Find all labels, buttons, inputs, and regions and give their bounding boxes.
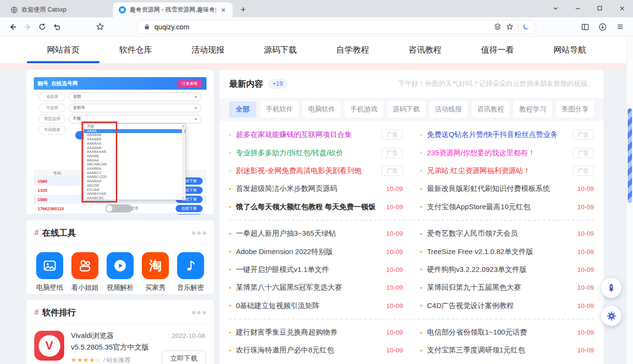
news-link[interactable]: 0基础建立短视频引流矩阵 xyxy=(236,301,380,310)
news-link[interactable]: 一键开启护眼模式v1.1单文件 xyxy=(236,265,380,274)
browser-tab-active[interactable]: 趣奇资源网 - 残雪资源网,趣味奇妙... ✕ xyxy=(113,2,233,17)
tool-image[interactable]: 电脑壁纸 xyxy=(34,252,65,292)
tool-kuaishou[interactable]: 看小姐姐 xyxy=(69,252,100,292)
stack-icon[interactable] xyxy=(494,23,502,31)
address-bar[interactable]: quqizy.com xyxy=(137,20,537,34)
news-link[interactable]: 建行财富季集豆兑换商超购物券 xyxy=(236,328,380,337)
undo-icon[interactable] xyxy=(49,20,64,34)
tool-taobao[interactable]: 淘买家秀 xyxy=(140,252,171,292)
news-link[interactable]: 235资源网/你想要的我这里都有！ xyxy=(427,148,567,158)
news-link[interactable]: 一拳超人新用户抽3~365天绿钻 xyxy=(236,229,380,238)
nav-item[interactable]: 软件仓库 xyxy=(99,37,172,63)
category-tab[interactable]: 教程学习 xyxy=(514,101,552,118)
order-online-button[interactable]: 在线下单 xyxy=(176,205,203,212)
news-link[interactable]: Adobe Dimension 2022特别版 xyxy=(236,247,380,256)
hero-form-row: 类型选择不限 xyxy=(39,115,202,123)
category-tab[interactable]: 全部 xyxy=(229,101,256,118)
order-online-button[interactable]: 在线下单 xyxy=(176,214,203,215)
news-link[interactable]: 首发超级简洁小米步数网页源码 xyxy=(236,184,380,193)
toggle-switch[interactable] xyxy=(105,204,132,213)
software-name[interactable]: Vivaldi浏览器 xyxy=(71,331,149,340)
rocket-top-button[interactable] xyxy=(601,278,621,298)
news-item: 超多在家就能赚钱的互联网项目合集广告 xyxy=(229,126,403,144)
new-count-badge[interactable]: +19 xyxy=(268,79,288,89)
page-scrollbar-thumb[interactable] xyxy=(628,108,632,203)
minimize-icon[interactable] xyxy=(566,0,589,16)
more-dots-icon[interactable] xyxy=(192,311,206,314)
nav-item[interactable]: 咨讯教程 xyxy=(389,37,461,63)
news-link[interactable]: TreeSize Free v2.1.0.82单文件版 xyxy=(427,247,571,256)
order-query-button[interactable]: 订单查询 xyxy=(177,80,203,87)
dropdown-option[interactable]: 不限 xyxy=(84,125,185,129)
nav-item[interactable]: 源码下载 xyxy=(244,37,316,63)
star-home-icon[interactable] xyxy=(93,20,107,34)
decor-band xyxy=(0,63,626,70)
news-link[interactable]: 硬件狗狗v3.2.22.0923单文件版 xyxy=(427,265,571,274)
category-tab[interactable]: 电脑软件 xyxy=(303,101,341,118)
news-link[interactable]: 超多在家就能赚钱的互联网项目合集 xyxy=(236,130,376,139)
recommend-note: / 站长推荐 xyxy=(103,357,131,364)
ranking-item[interactable]: V Vivaldi浏览器 v5.5.2805.35官方中文版 ★★★★☆ / 站… xyxy=(34,331,206,364)
news-link[interactable]: 剧迷影视-全网免费高清电影美剧看到饱 xyxy=(236,166,376,175)
news-link[interactable]: 饿了么每天领大额红包教程 每天免费一顿饭 xyxy=(236,202,380,212)
category-tab[interactable]: 源码下载 xyxy=(387,101,426,118)
news-link[interactable]: 支付宝领AppStore最高10元红包 xyxy=(427,202,571,212)
category-tab[interactable]: 活动线报 xyxy=(429,101,468,118)
menu-icon[interactable] xyxy=(613,20,627,34)
news-link[interactable]: 专业拼多多助力/拆红包/转盘/砍价 xyxy=(236,148,376,158)
forward-icon[interactable] xyxy=(20,20,35,34)
news-item: 某博回归第九十五届黑色大赛10-09 xyxy=(420,279,594,297)
browser-tab-welcome[interactable]: 欢迎使用 Catsxp xyxy=(5,2,113,17)
new-tab-button[interactable]: + xyxy=(236,3,250,16)
field-select[interactable]: 全部市 xyxy=(69,104,202,112)
dropdown-option[interactable]: AAABB xyxy=(84,154,185,159)
news-link[interactable]: 免费送Q钻名片赞/快手抖音粉丝点赞业务 xyxy=(427,130,567,139)
news-link[interactable]: 农行珠海特邀用户必中8元红包 xyxy=(236,346,380,355)
news-link[interactable]: 电信部分省份领取1~100元话费 xyxy=(427,328,571,337)
tab-close-icon[interactable]: ✕ xyxy=(220,7,227,13)
news-date: 10-09 xyxy=(386,284,403,291)
news-link[interactable]: 支付宝第三季度调研领1元红包 xyxy=(427,346,571,355)
nav-item[interactable]: 网站首页 xyxy=(27,37,99,63)
category-tab[interactable]: 美图分享 xyxy=(556,101,594,118)
news-link[interactable]: C4D广告视觉设计案例教程 xyxy=(427,301,571,310)
dropdown-option[interactable]: AAABAAAB xyxy=(84,150,185,154)
more-dots-icon[interactable] xyxy=(192,231,206,235)
news-link[interactable]: 某博第八十六届黑S冠军竞选大赛 xyxy=(236,283,380,292)
close-icon[interactable] xyxy=(611,0,633,16)
category-tab[interactable]: 手机软件 xyxy=(261,101,299,118)
dropdown-scrollbar[interactable]: ▲▼ xyxy=(182,124,185,199)
news-link[interactable]: 兄弟站:红尘资源网福利资源站！ xyxy=(427,166,567,175)
type-dropdown-panel[interactable]: 不限AAAAABABABAAABBBAABAAAAAAABBAAABAAABAA… xyxy=(83,123,186,200)
bookmark-star-icon[interactable] xyxy=(506,23,514,31)
category-tab[interactable]: 咨讯教程 xyxy=(472,101,510,118)
news-link[interactable]: 爱奇艺数字人民币领7天会员 xyxy=(427,229,571,238)
nav-item[interactable]: 网站导航 xyxy=(534,37,606,63)
maximize-icon[interactable] xyxy=(589,0,611,16)
news-link[interactable]: 最新改良版彩虹代刷知识付费模板系统 xyxy=(427,184,571,193)
field-select[interactable]: 全部 xyxy=(69,93,202,101)
hero-screenshot[interactable]: 靓号_在线选号网 订单查询 省选择全部市选择全部市类型选择不限号码搜索 号码 1… xyxy=(34,77,206,215)
greeting-text: 下午好！外面的天气好吗？记得朵朵白云曾捎来朋友殷殷的祝福。 xyxy=(398,80,594,88)
category-tab[interactable]: 手机游戏 xyxy=(345,101,383,118)
tool-play[interactable]: 视频解析 xyxy=(105,252,136,292)
news-item: 饿了么每天领大额红包教程 每天免费一顿饭10-09 xyxy=(229,198,403,216)
nav-item[interactable]: 值得一看 xyxy=(461,37,534,63)
settings-button[interactable] xyxy=(601,306,621,326)
tab-list-chevron-icon[interactable] xyxy=(544,0,566,16)
news-link[interactable]: 某博回归第九十五届黑色大赛 xyxy=(427,283,571,292)
tool-music[interactable]: 音乐解密 xyxy=(175,252,206,292)
field-select[interactable]: 不限 xyxy=(69,115,202,123)
download-now-button[interactable]: 立即下载 xyxy=(162,351,206,364)
news-date: 10-09 xyxy=(577,284,594,291)
download-icon[interactable] xyxy=(595,20,610,34)
nav-item[interactable]: 活动现报 xyxy=(172,37,244,63)
dark-mode-moon-icon[interactable] xyxy=(522,23,530,31)
back-icon[interactable] xyxy=(6,20,20,34)
dropdown-option[interactable]: AAABCBC xyxy=(84,196,185,200)
news-item: Antdownload2_v1.0.4 百度网盘不限速10-08 xyxy=(420,360,594,364)
bullet-icon xyxy=(420,251,422,253)
nav-item[interactable]: 自学教程 xyxy=(316,37,389,63)
split-view-icon[interactable] xyxy=(578,20,592,34)
reload-icon[interactable] xyxy=(35,20,49,34)
